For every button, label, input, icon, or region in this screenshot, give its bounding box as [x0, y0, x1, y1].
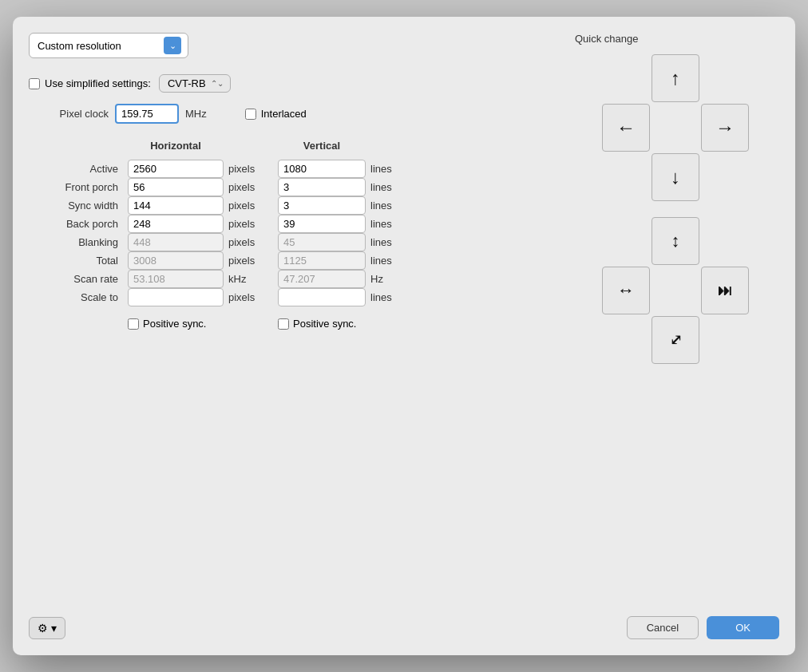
empty-b4	[701, 316, 749, 364]
h-input-2[interactable]	[128, 196, 224, 215]
v-input-2[interactable]	[278, 196, 366, 215]
v-unit-5: lines	[369, 255, 417, 267]
v-input-7	[278, 288, 366, 306]
resolution-dropdown[interactable]: Custom resolution ⌄	[29, 33, 188, 58]
compress-arrow-btn[interactable]: ⏭	[701, 267, 749, 314]
h-input-5	[128, 251, 224, 270]
grid-header: Horizontal Vertical	[29, 140, 556, 152]
gear-dropdown-arrow: ▾	[51, 622, 57, 634]
mhz-label: MHz	[185, 108, 207, 120]
cvt-dropdown[interactable]: CVT-RB ⌃⌄	[159, 74, 231, 93]
empty-b2	[701, 217, 749, 265]
h-unit-4: pixels	[227, 236, 275, 248]
empty-3	[602, 153, 650, 201]
h-input-4	[128, 233, 224, 251]
v-input-0[interactable]	[278, 160, 366, 178]
simplified-settings-row: Use simplified settings: CVT-RB ⌃⌄	[29, 74, 556, 93]
h-input-6	[128, 270, 224, 288]
cancel-button[interactable]: Cancel	[627, 616, 699, 639]
interlaced-checkbox[interactable]	[245, 109, 256, 120]
down-arrow-btn[interactable]: ↓	[652, 153, 699, 201]
up-arrow-btn[interactable]: ↑	[652, 54, 699, 102]
h-unit-7: pixels	[227, 291, 275, 303]
pixel-clock-row: Pixel clock MHz Interlaced	[29, 104, 556, 124]
sync-row: Positive sync. Positive sync.	[29, 318, 556, 330]
left-panel: Custom resolution ⌄ Use simplified setti…	[29, 33, 556, 592]
row-label-3: Back porch	[37, 218, 125, 230]
dropdown-arrow-icon: ⌄	[164, 37, 181, 54]
ok-button[interactable]: OK	[707, 616, 779, 639]
grid-row: Blanking pixels lines	[29, 233, 556, 251]
simplified-settings-checkbox-wrapper: Use simplified settings:	[29, 77, 151, 89]
dialog: Custom resolution ⌄ Use simplified setti…	[13, 17, 795, 655]
resolution-dropdown-label: Custom resolution	[38, 40, 121, 52]
v-unit-0: lines	[369, 163, 417, 175]
h-input-1[interactable]	[128, 178, 224, 196]
empty-b1	[602, 217, 650, 265]
v-positive-sync-label: Positive sync.	[293, 318, 356, 330]
h-positive-sync-label: Positive sync.	[143, 318, 206, 330]
grid-row: Scan rate kHz Hz	[29, 270, 556, 288]
empty-center	[652, 104, 699, 152]
h-input-0[interactable]	[128, 160, 224, 178]
grid-row: Sync width pixels lines	[29, 196, 556, 215]
h-unit-6: kHz	[227, 273, 275, 285]
grid-row: Total pixels lines	[29, 251, 556, 270]
top-arrow-cluster: ↑ ← → ↓	[572, 54, 779, 201]
v-unit-1: lines	[369, 181, 417, 193]
v-positive-sync-checkbox[interactable]	[278, 318, 289, 330]
footer-right: Cancel OK	[627, 616, 779, 639]
left-right-arrow-btn[interactable]: ↔	[602, 267, 650, 314]
row-label-6: Scan rate	[37, 273, 125, 285]
v-unit-6: Hz	[369, 273, 417, 285]
h-unit-1: pixels	[227, 181, 275, 193]
grid-row: Scale to pixels lines	[29, 288, 556, 306]
empty-1	[602, 54, 650, 102]
interlaced-label: Interlaced	[261, 108, 307, 120]
gear-button[interactable]: ⚙ ▾	[29, 617, 65, 639]
v-unit-4: lines	[369, 236, 417, 248]
h-positive-sync-checkbox[interactable]	[128, 318, 139, 330]
gear-icon: ⚙	[38, 622, 48, 634]
simplified-settings-checkbox[interactable]	[29, 78, 40, 89]
row-label-7: Scale to	[37, 291, 125, 303]
v-unit-3: lines	[369, 218, 417, 230]
empty-b3	[602, 316, 650, 364]
right-arrow-btn[interactable]: →	[701, 104, 749, 152]
v-input-5	[278, 251, 366, 270]
row-label-0: Active	[37, 163, 125, 175]
grid-rows: Active pixels lines Front porch pixels l…	[29, 160, 556, 306]
v-unit-2: lines	[369, 200, 417, 211]
empty-4	[701, 153, 749, 201]
h-input-7	[128, 288, 224, 306]
empty-2	[701, 54, 749, 102]
right-panel: Quick change ↑ ← → ↓ ↕	[572, 33, 779, 592]
h-positive-sync-wrapper: Positive sync.	[128, 318, 224, 330]
row-label-2: Sync width	[37, 200, 125, 211]
h-input-3[interactable]	[128, 215, 224, 233]
v-unit-7: lines	[369, 291, 417, 303]
interlaced-wrapper: Interlaced	[245, 108, 307, 120]
up-down-arrow-btn[interactable]: ↕	[652, 217, 699, 265]
vertical-header: Vertical	[278, 140, 366, 152]
row-label-4: Blanking	[37, 236, 125, 248]
grid-row: Active pixels lines	[29, 160, 556, 178]
h-unit-0: pixels	[227, 163, 275, 175]
simplified-settings-label: Use simplified settings:	[45, 77, 151, 89]
h-unit-3: pixels	[227, 218, 275, 230]
horizontal-header: Horizontal	[128, 140, 224, 152]
diagonal-arrow-btn[interactable]: ⤢	[652, 316, 699, 364]
row-label-1: Front porch	[37, 181, 125, 193]
resolution-dropdown-row: Custom resolution ⌄	[29, 33, 556, 58]
left-arrow-btn[interactable]: ←	[602, 104, 650, 152]
cvt-value: CVT-RB	[168, 77, 206, 89]
dialog-footer: ⚙ ▾ Cancel OK	[29, 608, 779, 639]
row-label-5: Total	[37, 255, 125, 267]
v-input-6	[278, 270, 366, 288]
grid-row: Back porch pixels lines	[29, 215, 556, 233]
v-input-3[interactable]	[278, 215, 366, 233]
v-input-1[interactable]	[278, 178, 366, 196]
cvt-arrow-icon: ⌃⌄	[211, 79, 224, 88]
h-unit-2: pixels	[227, 200, 275, 211]
pixel-clock-input[interactable]	[115, 104, 179, 124]
